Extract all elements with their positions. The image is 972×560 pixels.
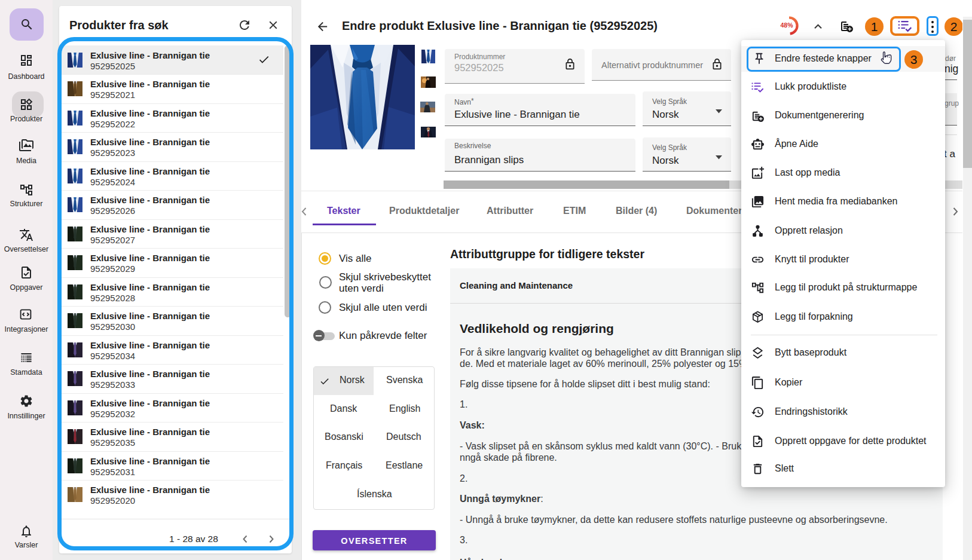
svg-text:48%: 48%	[781, 22, 794, 29]
